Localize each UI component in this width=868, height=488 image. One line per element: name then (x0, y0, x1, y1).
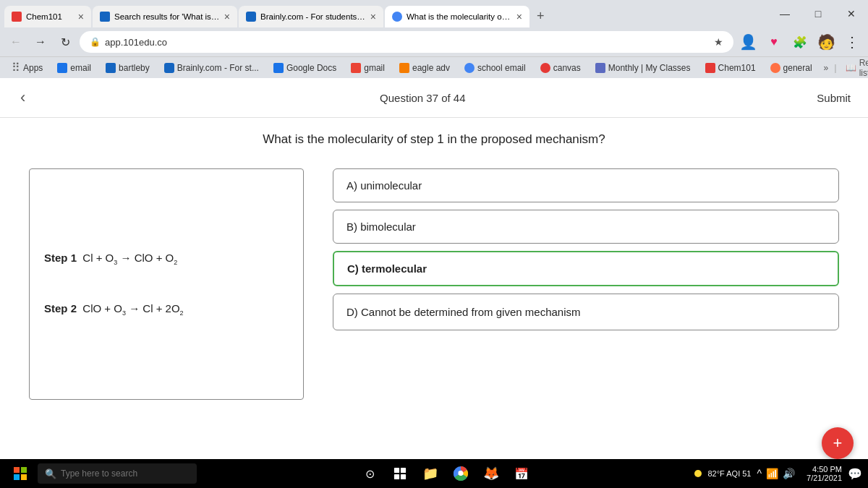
tab-chem101[interactable]: Chem101 × (4, 6, 91, 27)
user-avatar[interactable]: 👤 (738, 32, 758, 52)
bookmark-general[interactable]: general (765, 61, 818, 74)
fab-button[interactable]: + (822, 427, 854, 459)
bookmark-apps[interactable]: ⠿ Apps (6, 59, 48, 76)
bookmark-monthly-label: Monthly | My Classes (608, 63, 691, 73)
taskbar: 🔍 ⊙ 📁 🦊 📅 82°F AQI 51 ^ 📶 (0, 459, 868, 488)
bookmark-school-email[interactable]: school email (459, 61, 532, 74)
bookmarks-bar: ⠿ Apps email bartleby Brainly.com - For … (0, 56, 868, 78)
reading-list-icon: 📖 (846, 63, 856, 73)
bookmark-canvas[interactable]: canvas (535, 61, 587, 74)
refresh-button[interactable]: ↻ (55, 32, 75, 52)
bookmark-chem101-label: Chem101 (718, 63, 756, 73)
answer-d[interactable]: D) Cannot be determined from given mecha… (333, 294, 839, 330)
volume-icon[interactable]: 🔊 (783, 468, 795, 479)
tab-close-molecularity[interactable]: × (516, 11, 522, 22)
prev-question-button[interactable]: ‹ (17, 88, 28, 107)
bookmark-bartleby[interactable]: bartleby (100, 61, 156, 74)
taskbar-calendar[interactable]: 📅 (509, 461, 535, 487)
bookmark-bartleby-label: bartleby (119, 63, 150, 73)
taskbar-chrome[interactable] (448, 461, 474, 487)
new-tab-button[interactable]: + (531, 9, 550, 24)
address-bar[interactable]: 🔒 ★ (80, 31, 733, 53)
tab-search[interactable]: Search results for 'What is the m... × (93, 6, 237, 27)
more-bookmarks[interactable]: » (824, 63, 829, 73)
tab-close-search[interactable]: × (224, 11, 230, 22)
minimize-button[interactable]: — (768, 2, 801, 25)
tab-close-chem101[interactable]: × (78, 11, 84, 22)
extensions-icon[interactable]: 🧩 (790, 32, 810, 52)
question-text: What is the molecularity of step 1 in th… (263, 132, 605, 147)
reading-list[interactable]: 📖 Reading list (846, 58, 868, 78)
answer-d-text: D) Cannot be determined from given mecha… (346, 306, 580, 318)
monthly-favicon (595, 63, 605, 73)
taskbar-cortana[interactable]: ⊙ (357, 461, 383, 487)
bookmark-eagle[interactable]: eagle adv (393, 61, 456, 74)
taskbar-unknown[interactable]: 🦊 (478, 461, 504, 487)
answer-c[interactable]: C) termolecular (333, 251, 839, 286)
reading-list-label: Reading list (859, 58, 868, 78)
notification-icon[interactable]: 💬 (848, 467, 862, 481)
school-favicon (464, 63, 475, 73)
network-icon[interactable]: 📶 (766, 468, 778, 479)
question-body: What is the molecularity of step 1 in th… (0, 118, 868, 459)
bookmark-school-label: school email (477, 63, 526, 73)
docs-favicon (273, 63, 284, 73)
bookmark-apps-label: Apps (23, 63, 43, 73)
clock[interactable]: 4:50 PM 7/21/2021 (807, 465, 842, 482)
answer-a[interactable]: A) unimolecular (333, 168, 839, 202)
taskbar-search-input[interactable] (61, 468, 190, 479)
url-input[interactable] (105, 37, 710, 48)
answer-b[interactable]: B) bimolecular (333, 210, 839, 244)
restore-button[interactable]: □ (801, 2, 835, 25)
menu-button[interactable]: ⋮ (842, 32, 862, 52)
taskbar-file-explorer[interactable]: 📁 (417, 461, 443, 487)
svg-rect-1 (21, 467, 27, 473)
svg-rect-0 (14, 467, 20, 473)
star-icon[interactable]: ★ (714, 36, 723, 48)
tab-title-molecularity: What is the molecularity of step... (407, 12, 512, 21)
fab-icon: + (833, 434, 843, 453)
bookmark-eagle-label: eagle adv (412, 63, 450, 73)
bookmark-email[interactable]: email (51, 61, 97, 74)
question-header: ‹ Question 37 of 44 Submit (0, 78, 868, 118)
forward-button[interactable]: → (30, 32, 51, 52)
close-button[interactable]: ✕ (835, 2, 868, 25)
submit-button[interactable]: Submit (817, 92, 851, 104)
back-button[interactable]: ← (6, 32, 26, 52)
taskbar-center: ⊙ 📁 🦊 📅 (197, 461, 694, 487)
svg-point-10 (459, 471, 463, 476)
weather-dot (694, 470, 702, 477)
tab-close-brainly[interactable]: × (370, 11, 376, 22)
step2-text: Step 2 ClO + O3 → Cl + 2O2 (44, 302, 289, 317)
brainly-favicon (164, 63, 174, 73)
bookmark-email-label: email (70, 63, 91, 73)
gmail-favicon (351, 63, 361, 73)
chevron-up-icon[interactable]: ^ (757, 468, 762, 479)
start-button[interactable] (6, 467, 35, 480)
heart-icon[interactable]: ♥ (764, 32, 784, 52)
tab-title-brainly: Brainly.com - For students. By stu... (260, 12, 366, 21)
email-favicon (57, 63, 67, 73)
answer-a-text: A) unimolecular (346, 179, 422, 192)
tab-bar: Chem101 × Search results for 'What is th… (0, 0, 868, 27)
svg-rect-2 (14, 474, 20, 480)
tab-title-chem101: Chem101 (26, 12, 74, 21)
answers-area: A) unimolecular B) bimolecular C) termol… (333, 168, 839, 330)
bookmark-brainly[interactable]: Brainly.com - For st... (158, 61, 265, 74)
browser-actions: 👤 ♥ 🧩 🧑 ⋮ (738, 32, 862, 52)
tab-title-search: Search results for 'What is the m... (114, 12, 220, 21)
taskbar-task-view[interactable] (387, 461, 413, 487)
tab-brainly[interactable]: Brainly.com - For students. By stu... × (239, 6, 383, 27)
svg-rect-5 (401, 468, 406, 473)
bookmark-monthly[interactable]: Monthly | My Classes (590, 61, 697, 74)
taskbar-search[interactable]: 🔍 (38, 463, 197, 484)
bookmark-general-label: general (783, 63, 812, 73)
svg-rect-6 (394, 474, 399, 479)
bookmark-google-docs[interactable]: Google Docs (268, 61, 342, 74)
bookmark-gmail[interactable]: gmail (345, 61, 391, 74)
tab-molecularity[interactable]: What is the molecularity of step... × (385, 6, 529, 27)
browser-controls: ← → ↻ 🔒 ★ 👤 ♥ 🧩 🧑 ⋮ (0, 27, 868, 56)
bookmark-chem101[interactable]: Chem101 (699, 61, 762, 74)
apps-icon: ⠿ (12, 61, 20, 74)
profile-icon[interactable]: 🧑 (816, 32, 836, 52)
